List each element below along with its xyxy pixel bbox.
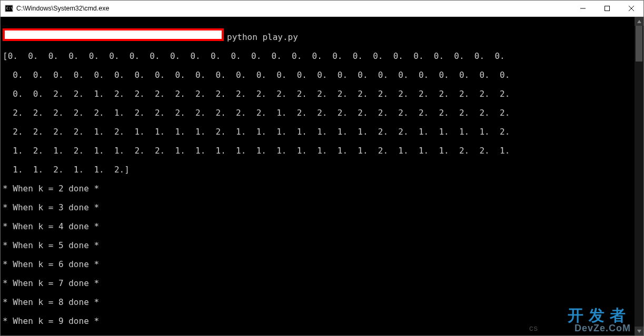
- svg-text:C:\: C:\: [6, 6, 13, 11]
- svg-marker-6: [637, 20, 641, 23]
- output-line: 2. 2. 2. 2. 1. 2. 1. 1. 1. 1. 2. 1. 1. 1…: [3, 127, 632, 137]
- output-line: * When k = 4 done *: [3, 222, 632, 231]
- output-line: 0. 0. 2. 2. 1. 2. 2. 2. 2. 2. 2. 2. 2. 2…: [3, 89, 632, 99]
- output-line: 1. 2. 1. 2. 1. 1. 2. 2. 1. 1. 1. 1. 1. 1…: [3, 146, 632, 156]
- svg-rect-3: [605, 6, 610, 11]
- output-line: * When k = 6 done *: [3, 260, 632, 269]
- command-text: python play.py: [227, 33, 298, 42]
- output-line: * When k = 8 done *: [3, 298, 632, 307]
- output-line: * When k = 2 done *: [3, 184, 632, 194]
- close-button[interactable]: [619, 1, 643, 16]
- output-line: [0. 0. 0. 0. 0. 0. 0. 0. 0. 0. 0. 0. 0. …: [3, 52, 632, 61]
- scrollbar-up-button[interactable]: [635, 17, 643, 26]
- scrollbar[interactable]: [635, 17, 643, 335]
- minimize-button[interactable]: [571, 1, 595, 16]
- output-line: 0. 0. 0. 0. 0. 0. 0. 0. 0. 0. 0. 0. 0. 0…: [3, 70, 632, 80]
- watermark-cs: cs: [529, 323, 538, 332]
- window-title: C:\Windows\System32\cmd.exe: [16, 5, 571, 12]
- cmd-window: C:\ C:\Windows\System32\cmd.exe python p…: [0, 0, 644, 336]
- output-line: * When k = 3 done *: [3, 203, 632, 212]
- output-line: * When k = 5 done *: [3, 241, 632, 250]
- svg-marker-7: [637, 330, 641, 333]
- output-line: 2. 2. 2. 2. 2. 1. 2. 2. 2. 2. 2. 2. 2. 1…: [3, 108, 632, 118]
- scrollbar-thumb[interactable]: [636, 26, 642, 62]
- window-controls: [571, 1, 643, 16]
- terminal-content: python play.py [0. 0. 0. 0. 0. 0. 0. 0. …: [1, 17, 635, 335]
- maximize-button[interactable]: [595, 1, 619, 16]
- cmd-app-icon: C:\: [5, 4, 13, 13]
- output-line: * When k = 7 done *: [3, 279, 632, 288]
- redacted-path-1: [3, 28, 224, 41]
- terminal-body[interactable]: python play.py [0. 0. 0. 0. 0. 0. 0. 0. …: [1, 17, 643, 335]
- titlebar[interactable]: C:\ C:\Windows\System32\cmd.exe: [1, 1, 643, 17]
- output-line: 1. 1. 2. 1. 1. 2.]: [3, 165, 632, 175]
- scrollbar-down-button[interactable]: [635, 327, 643, 335]
